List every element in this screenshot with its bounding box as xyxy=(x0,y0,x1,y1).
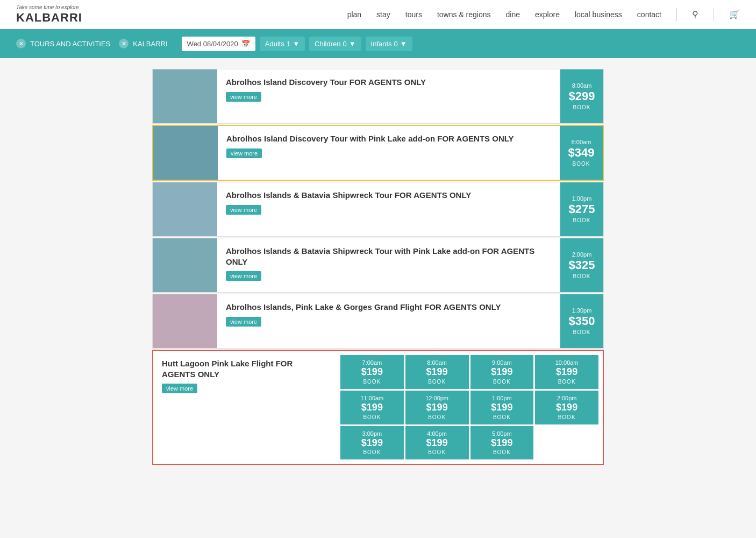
hutt-slot-time-11: 5:00pm xyxy=(492,430,512,437)
x-icon: ✕ xyxy=(19,40,24,47)
view-more-button-5[interactable]: view more xyxy=(226,317,261,327)
tour-title-1: Abrolhos Island Discovery Tour FOR AGENT… xyxy=(226,77,552,88)
view-more-button-3[interactable]: view more xyxy=(226,205,261,215)
hutt-slot-book-1[interactable]: BOOK xyxy=(363,379,381,385)
tour-info-4: Abrolhos Islands & Batavia Shipwreck Tou… xyxy=(217,238,560,292)
hutt-price-slot-4[interactable]: 10:00am$199BOOK xyxy=(535,355,598,389)
price-amount-1: $299 xyxy=(569,90,595,103)
calendar-icon: 📅 xyxy=(241,40,250,48)
tour-pricing-2: 8:00am$349BOOK xyxy=(560,126,603,180)
hutt-slot-price-1: $199 xyxy=(361,367,383,378)
hutt-lagoon-title: Hutt Lagoon Pink Lake Flight FOR AGENTS … xyxy=(162,358,327,379)
hutt-slot-book-4[interactable]: BOOK xyxy=(558,379,576,385)
view-more-button-4[interactable]: view more xyxy=(226,271,261,281)
book-button-5[interactable]: BOOK xyxy=(573,329,591,335)
tour-pricing-5: 1:30pm$350BOOK xyxy=(560,294,603,348)
tour-pricing-1: 8:00am$299BOOK xyxy=(560,69,603,123)
tour-pricing-3: 1:00pm$275BOOK xyxy=(560,182,603,236)
book-button-4[interactable]: BOOK xyxy=(573,273,591,279)
breadcrumb-kalbarri: ✕ KALBARRI xyxy=(119,39,167,48)
kalbarri-label: KALBARRI xyxy=(133,40,167,48)
hutt-lagoon-info: Hutt Lagoon Pink Lake Flight FOR AGENTS … xyxy=(153,351,336,464)
nav-towns-regions[interactable]: towns & regions xyxy=(437,10,491,19)
hutt-slot-book-7[interactable]: BOOK xyxy=(493,414,511,420)
hutt-slot-time-10: 4:00pm xyxy=(427,430,447,437)
tour-info-5: Abrolhos Islands, Pink Lake & Gorges Gra… xyxy=(217,294,560,348)
remove-kalbarri-filter[interactable]: ✕ xyxy=(119,39,129,48)
hutt-price-slot-9[interactable]: 3:00pm$199BOOK xyxy=(340,426,404,460)
hutt-slot-price-5: $199 xyxy=(361,402,383,413)
hutt-slot-book-5[interactable]: BOOK xyxy=(363,414,381,420)
tour-image-2 xyxy=(153,126,218,180)
tours-list: Abrolhos Island Discovery Tour FOR AGENT… xyxy=(152,69,604,349)
hutt-slot-price-6: $199 xyxy=(426,402,448,413)
infants-label: Infants xyxy=(371,40,392,48)
hutt-price-slot-6[interactable]: 12:00pm$199BOOK xyxy=(405,391,469,424)
nav-dine[interactable]: dine xyxy=(506,10,520,19)
cart-icon[interactable]: 🛒 xyxy=(729,9,740,19)
nav-explore[interactable]: explore xyxy=(535,10,560,19)
price-slot-2[interactable]: 8:00am$349BOOK xyxy=(560,126,603,180)
tour-title-2: Abrolhos Island Discovery Tour with Pink… xyxy=(226,133,551,144)
tour-title-4: Abrolhos Islands & Batavia Shipwreck Tou… xyxy=(226,246,552,267)
book-button-2[interactable]: BOOK xyxy=(573,161,590,167)
tours-label: TOURS AND ACTIVITIES xyxy=(30,40,110,48)
tour-card-1: Abrolhos Island Discovery Tour FOR AGENT… xyxy=(152,69,604,124)
nav-local-business[interactable]: local business xyxy=(575,10,622,19)
view-more-button-1[interactable]: view more xyxy=(226,92,261,102)
book-button-3[interactable]: BOOK xyxy=(573,217,591,223)
date-picker-button[interactable]: Wed 08/04/2020 📅 xyxy=(182,37,255,51)
hutt-slot-book-8[interactable]: BOOK xyxy=(558,414,576,420)
book-button-1[interactable]: BOOK xyxy=(573,104,591,110)
hutt-price-slot-11[interactable]: 5:00pm$199BOOK xyxy=(470,426,534,460)
price-time-5: 1:30pm xyxy=(572,307,592,314)
hutt-slot-book-6[interactable]: BOOK xyxy=(428,414,446,420)
nav-tours[interactable]: tours xyxy=(405,10,422,19)
hutt-slot-price-7: $199 xyxy=(491,402,512,413)
view-more-button-2[interactable]: view more xyxy=(226,148,262,158)
hutt-slot-book-3[interactable]: BOOK xyxy=(493,379,511,385)
hutt-price-slot-7[interactable]: 1:00pm$199BOOK xyxy=(470,391,534,424)
hutt-slot-book-11[interactable]: BOOK xyxy=(493,449,511,455)
children-select[interactable]: Children 0 ▼ xyxy=(309,37,361,51)
hutt-price-slot-3[interactable]: 9:00am$199BOOK xyxy=(470,355,534,389)
tour-pricing-4: 2:00pm$325BOOK xyxy=(560,238,603,292)
hutt-lagoon-view-more[interactable]: view more xyxy=(162,384,197,393)
hutt-slot-time-9: 3:00pm xyxy=(362,430,382,437)
hutt-slot-price-11: $199 xyxy=(491,438,512,449)
hutt-price-slot-2[interactable]: 8:00am$199BOOK xyxy=(405,355,469,389)
hutt-price-slot-8[interactable]: 2:00pm$199BOOK xyxy=(535,391,598,424)
price-slot-5[interactable]: 1:30pm$350BOOK xyxy=(560,294,603,348)
tour-card-3: Abrolhos Islands & Batavia Shipwreck Tou… xyxy=(152,182,604,237)
hutt-slot-book-9[interactable]: BOOK xyxy=(363,449,381,455)
hutt-lagoon-card: Hutt Lagoon Pink Lake Flight FOR AGENTS … xyxy=(152,350,604,465)
nav-stay[interactable]: stay xyxy=(376,10,390,19)
infants-select[interactable]: Infants 0 ▼ xyxy=(366,37,412,51)
hutt-price-slot-1[interactable]: 7:00am$199BOOK xyxy=(340,355,404,389)
nav-divider2 xyxy=(714,8,714,21)
search-icon[interactable]: ⚲ xyxy=(692,9,698,19)
price-slot-4[interactable]: 2:00pm$325BOOK xyxy=(560,238,603,292)
hutt-slot-price-2: $199 xyxy=(426,367,448,378)
tour-image-4 xyxy=(153,238,217,292)
hutt-slot-book-10[interactable]: BOOK xyxy=(428,449,446,455)
price-amount-3: $275 xyxy=(569,203,595,216)
hutt-slot-time-8: 2:00pm xyxy=(557,395,577,401)
remove-tours-filter[interactable]: ✕ xyxy=(16,39,26,48)
children-chevron-icon: ▼ xyxy=(349,40,356,48)
hutt-price-slot-5[interactable]: 11:00am$199BOOK xyxy=(340,391,404,424)
hutt-slot-book-2[interactable]: BOOK xyxy=(428,379,446,385)
hutt-slot-time-4: 10:00am xyxy=(555,359,579,366)
hutt-lagoon-pricing-grid: 7:00am$199BOOK8:00am$199BOOK9:00am$199BO… xyxy=(336,351,603,464)
hutt-price-slot-10[interactable]: 4:00pm$199BOOK xyxy=(405,426,469,460)
tour-image-5 xyxy=(153,294,217,348)
price-amount-4: $325 xyxy=(569,259,595,272)
price-time-3: 1:00pm xyxy=(572,195,592,202)
adults-select[interactable]: Adults 1 ▼ xyxy=(260,37,305,51)
infants-value: 0 xyxy=(394,40,398,48)
nav-contact[interactable]: contact xyxy=(637,10,661,19)
price-slot-3[interactable]: 1:00pm$275BOOK xyxy=(560,182,603,236)
nav-plan[interactable]: plan xyxy=(347,10,361,19)
price-slot-1[interactable]: 8:00am$299BOOK xyxy=(560,69,603,123)
tour-card-2: Abrolhos Island Discovery Tour with Pink… xyxy=(152,125,604,181)
